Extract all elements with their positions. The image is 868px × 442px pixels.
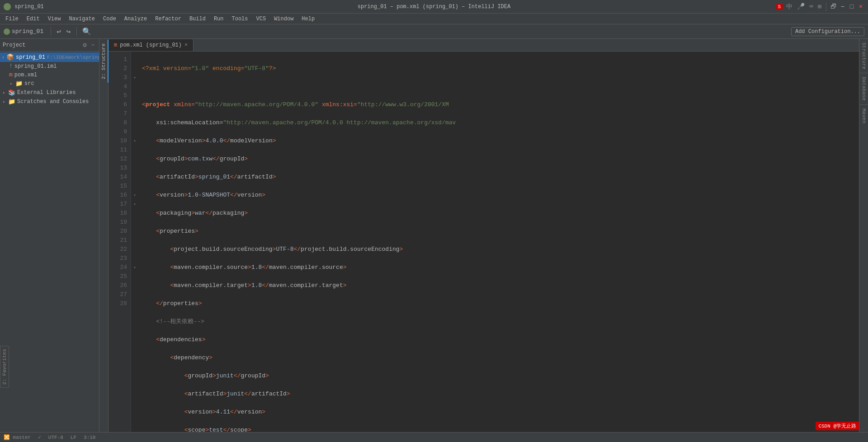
tree-item-scratches[interactable]: ▸ 📁 Scratches and Consoles: [0, 97, 99, 106]
gutter-18: [131, 209, 138, 218]
menu-file[interactable]: File: [2, 15, 22, 23]
fold-16[interactable]: ▾: [133, 193, 136, 198]
code-editor: 1 2 3 4 5 6 7 8 9 10 11 12 13 14 15 16 1…: [108, 52, 859, 442]
csdn-badge[interactable]: CSDN @学无止路: [816, 422, 859, 430]
linenum-9: 9: [108, 127, 131, 136]
folder-icon-src: 📁: [15, 80, 23, 87]
chinese-icon[interactable]: 中: [785, 2, 793, 12]
close-btn[interactable]: ×: [857, 3, 864, 10]
apps-icon[interactable]: ⊞: [817, 2, 822, 11]
code-line-4: xsi:schemaLocation="http://maven.apache.…: [142, 118, 859, 127]
linenum-26: 26: [108, 281, 131, 290]
menu-vcs[interactable]: VCS: [253, 15, 270, 23]
fold-24[interactable]: ▾: [133, 265, 136, 270]
right-tab-database[interactable]: Database: [860, 73, 868, 105]
right-tab-maven[interactable]: Maven: [860, 105, 868, 127]
gutter-20: [131, 227, 138, 236]
module-icon: 📦: [6, 53, 14, 61]
iml-icon: !: [9, 63, 13, 70]
gutter-16: ▾: [131, 191, 138, 200]
tree-item-iml[interactable]: ! spring_01.iml: [0, 62, 99, 71]
linenum-22: 22: [108, 245, 131, 254]
gutter-15: [131, 182, 138, 191]
editor-tab-pom[interactable]: m pom.xml (spring_01) ×: [108, 39, 193, 51]
left-tab-structure[interactable]: 2: Structure: [99, 40, 108, 83]
tree-item-pom[interactable]: m pom.xml: [0, 71, 99, 79]
menu-navigate[interactable]: Navigate: [65, 15, 99, 23]
linenum-10: 10: [108, 136, 131, 146]
code-line-11: <project.build.sourceEncoding>UTF-8</pro…: [142, 245, 859, 254]
fold-17[interactable]: ▾: [133, 202, 136, 207]
code-line-18: <groupId>junit</groupId>: [142, 371, 859, 381]
menu-view[interactable]: View: [44, 15, 65, 23]
title-bar: spring_01 spring_01 – pom.xml (spring_01…: [0, 0, 868, 14]
search-btn[interactable]: 🔍: [80, 26, 93, 37]
menu-analyze[interactable]: Analyze: [121, 15, 151, 23]
tree-item-extlibs[interactable]: ▸ 📚 External Libraries: [0, 88, 99, 97]
tree-item-src[interactable]: ▸ 📁 src: [0, 79, 99, 88]
menu-bar: File Edit View Navigate Code Analyze Ref…: [0, 14, 868, 24]
encoding-status[interactable]: UTF-8: [48, 435, 63, 440]
menu-run[interactable]: Run: [210, 15, 227, 23]
gutter-7: [131, 109, 138, 118]
linenum-24: 24: [108, 263, 131, 272]
right-tab-structure[interactable]: Structure: [860, 39, 868, 73]
code-line-3: <project xmlns="http://maven.apache.org/…: [142, 100, 859, 109]
linenum-12: 12: [108, 155, 131, 164]
linenum-1: 1: [108, 55, 131, 64]
tab-bar: m pom.xml (spring_01) ×: [108, 39, 859, 52]
title-bar-left: spring_01: [4, 3, 44, 10]
linenum-27: 27: [108, 290, 131, 299]
line-numbers: 1 2 3 4 5 6 7 8 9 10 11 12 13 14 15 16 1…: [108, 52, 131, 442]
menu-build[interactable]: Build: [186, 15, 209, 23]
maximize-btn[interactable]: □: [848, 3, 855, 10]
menu-refactor[interactable]: Refactor: [151, 15, 185, 23]
restore-btn[interactable]: 🗗: [830, 3, 837, 10]
tree-label-src: src: [24, 80, 34, 87]
caret-status: 3:10: [84, 435, 95, 440]
menu-edit[interactable]: Edit: [23, 15, 43, 23]
gutter-17: ▾: [131, 200, 138, 209]
code-line-13: <maven.compiler.target>1.8</maven.compil…: [142, 281, 859, 290]
code-content[interactable]: <?xml version="1.0" encoding="UTF-8"?> <…: [138, 52, 859, 442]
menu-tools[interactable]: Tools: [228, 15, 252, 23]
code-line-15: <!--相关依赖-->: [142, 317, 859, 326]
code-line-6: <groupId>com.txw</groupId>: [142, 155, 859, 164]
code-line-19: <artifactId>junit</artifactId>: [142, 390, 859, 399]
gutter-13: [131, 164, 138, 173]
linenum-28: 28: [108, 299, 131, 308]
sogou-icon[interactable]: S: [776, 4, 783, 10]
linenum-14: 14: [108, 173, 131, 182]
undo-btn[interactable]: ↩: [55, 26, 63, 37]
project-tree: ▾ 📦 spring_01 F:\IDEAWork\spring\spring_…: [0, 52, 99, 442]
status-bar: 🔀 master ✓ UTF-8 LF 3:10 CSDN @学无止路: [0, 432, 868, 442]
favorites-tab[interactable]: 2: Favorites: [0, 346, 9, 388]
tab-icon-pom: m: [114, 42, 117, 48]
code-line-16: <dependencies>: [142, 335, 859, 344]
menu-window[interactable]: Window: [270, 15, 297, 23]
tree-item-spring01[interactable]: ▾ 📦 spring_01 F:\IDEAWork\spring\spring_…: [0, 52, 99, 62]
linesep-status[interactable]: LF: [71, 435, 76, 440]
keyboard-icon[interactable]: ⌨: [808, 2, 814, 11]
mic-icon[interactable]: 🎤: [796, 2, 806, 11]
gutter-26: [131, 281, 138, 290]
minimize-btn[interactable]: –: [839, 3, 846, 10]
gutter-1: [131, 55, 138, 64]
editor-area: m pom.xml (spring_01) × 1 2 3 4 5 6 7 8 …: [108, 39, 859, 442]
panel-settings-btn[interactable]: ⚙: [81, 41, 88, 49]
linenum-3: 3: [108, 73, 131, 82]
menu-help[interactable]: Help: [298, 15, 318, 23]
window-controls: S 中 🎤 ⌨ ⊞ 🗗 – □ ×: [776, 2, 864, 12]
fold-10[interactable]: ▾: [133, 138, 136, 144]
linenum-21: 21: [108, 236, 131, 245]
fold-3[interactable]: ▾: [133, 75, 136, 80]
panel-collapse-btn[interactable]: −: [90, 41, 96, 49]
add-configuration-button[interactable]: Add Configuration...: [791, 27, 864, 36]
gutter-8: [131, 118, 138, 127]
git-status: 🔀 master: [4, 434, 31, 440]
code-line-2: [142, 82, 859, 91]
menu-code[interactable]: Code: [99, 15, 120, 23]
tab-close-pom[interactable]: ×: [184, 42, 188, 48]
linenum-6: 6: [108, 100, 131, 109]
redo-btn[interactable]: ↪: [65, 26, 73, 37]
